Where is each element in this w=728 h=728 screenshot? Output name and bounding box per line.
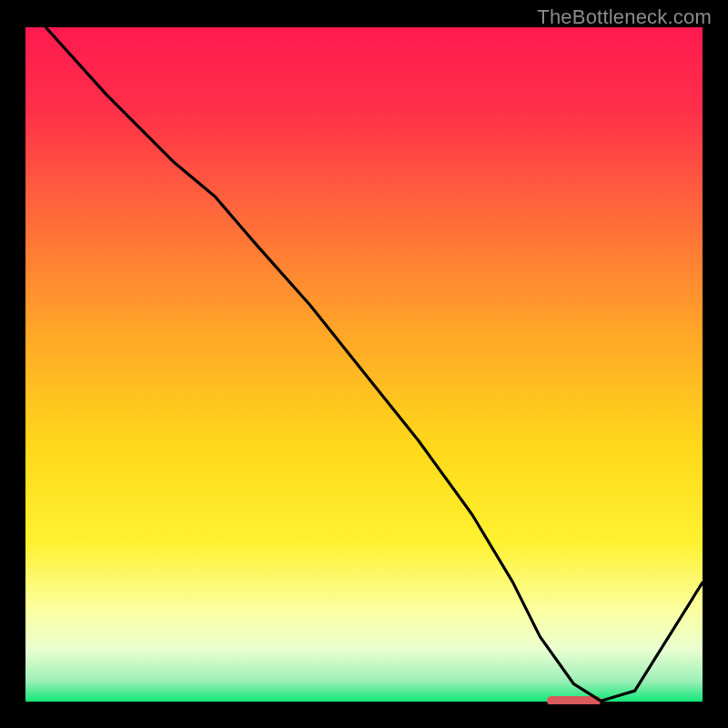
watermark-text: TheBottleneck.com — [537, 5, 712, 29]
chart-frame — [25, 27, 703, 704]
chart-svg — [25, 27, 703, 704]
gradient-background — [25, 27, 703, 704]
chart-plot-area — [25, 27, 703, 704]
